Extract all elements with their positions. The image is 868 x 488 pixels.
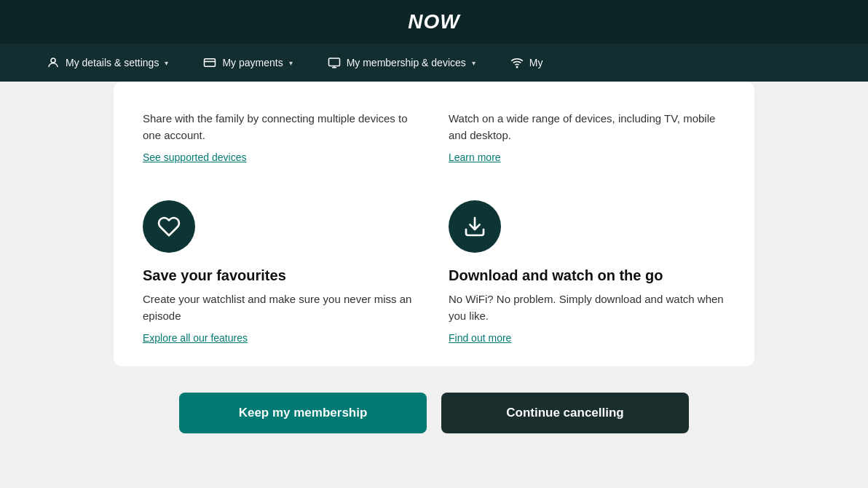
user-icon [47,56,60,69]
action-buttons: Keep my membership Continue cancelling [150,393,718,433]
favourites-title: Save your favourites [143,267,419,284]
nav-my-membership[interactable]: My membership & devices ▾ [310,44,493,82]
feature-favourites: Save your favourites Create your watchli… [143,193,419,345]
chevron-down-icon: ▾ [289,59,293,67]
nav-my-label: My [529,57,543,68]
nav-my-payments[interactable]: My payments ▾ [186,44,309,82]
svg-point-0 [51,58,55,63]
favourites-desc: Create your watchlist and make sure you … [143,291,419,324]
download-title: Download and watch on the go [449,267,725,284]
now-logo: NOW [408,10,459,34]
nav-membership-label: My membership & devices [347,57,466,68]
heart-icon [157,215,181,238]
card-icon [203,56,216,69]
download-icon-circle [449,200,501,253]
learn-more-link[interactable]: Learn more [449,151,501,163]
tv-icon [328,56,341,69]
svg-rect-1 [205,59,216,67]
chevron-down-icon: ▾ [472,59,476,67]
find-out-more-link[interactable]: Find out more [449,332,511,344]
explore-features-link[interactable]: Explore all our features [143,332,248,344]
see-supported-devices-link[interactable]: See supported devices [143,151,246,163]
multi-device-desc: Share with the family by connecting mult… [143,111,419,143]
download-icon [463,215,486,238]
feature-download: Download and watch on the go No WiFi? No… [449,193,725,345]
download-desc: No WiFi? No problem. Simply download and… [449,291,725,324]
svg-point-6 [516,66,518,68]
watch-devices-desc: Watch on a wide range of devices, includ… [449,111,725,143]
features-card: Share with the family by connecting mult… [114,82,754,366]
continue-cancelling-button[interactable]: Continue cancelling [441,393,689,433]
feature-multi-device: Share with the family by connecting mult… [143,103,419,164]
features-grid: Share with the family by connecting mult… [143,103,725,345]
nav-my-details[interactable]: My details & settings ▾ [29,44,186,82]
main-content: Share with the family by connecting mult… [0,82,868,463]
navigation: My details & settings ▾ My payments ▾ My… [0,44,868,82]
nav-details-label: My details & settings [66,57,159,68]
heart-icon-circle [143,200,195,253]
nav-payments-label: My payments [222,57,283,68]
svg-rect-3 [328,58,339,66]
nav-my-wifi[interactable]: My [493,44,561,82]
chevron-down-icon: ▾ [165,59,168,67]
top-bar: NOW [0,0,868,44]
wifi-icon [510,56,524,69]
feature-watch-devices: Watch on a wide range of devices, includ… [449,103,725,164]
keep-membership-button[interactable]: Keep my membership [179,393,427,433]
